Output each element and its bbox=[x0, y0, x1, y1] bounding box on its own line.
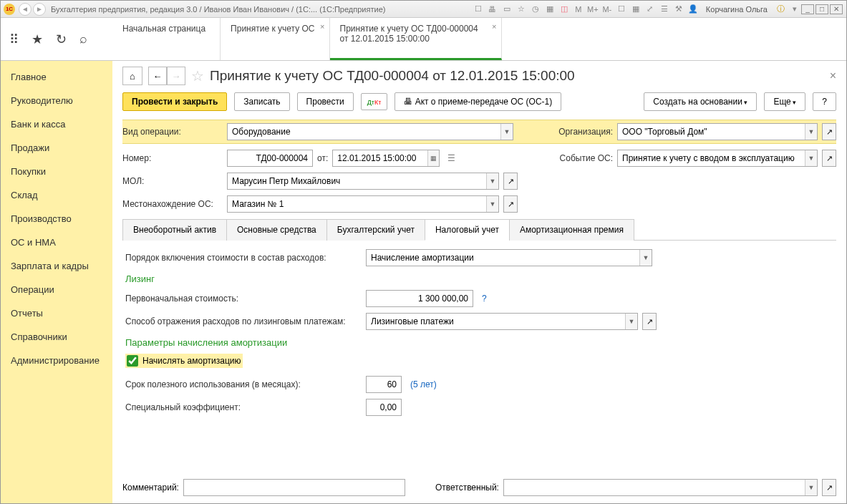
chevron-down-icon[interactable]: ▼ bbox=[805, 480, 817, 495]
chevron-down-icon[interactable]: ▼ bbox=[805, 124, 817, 140]
open-ref-button[interactable]: ↗ bbox=[642, 313, 657, 330]
more-button[interactable]: Еще bbox=[764, 92, 805, 111]
calendar-icon[interactable]: ▦ bbox=[427, 150, 439, 166]
cost-order-field[interactable]: ▼ bbox=[366, 249, 652, 266]
coef-field[interactable] bbox=[366, 399, 402, 416]
mol-field[interactable]: ▼ bbox=[227, 173, 499, 190]
apps-icon[interactable]: ⠿ bbox=[9, 32, 19, 47]
tb-icon-clock[interactable]: ◷ bbox=[530, 4, 541, 15]
sidebar-item-main[interactable]: Главное bbox=[1, 65, 112, 89]
maximize-button[interactable]: □ bbox=[815, 4, 828, 14]
tb-icon-tools[interactable]: ⚒ bbox=[673, 4, 684, 15]
op-type-field[interactable]: ▼ bbox=[227, 123, 513, 140]
dtkt-button[interactable]: ДтКт bbox=[361, 93, 388, 110]
resp-field[interactable]: ▼ bbox=[503, 479, 818, 496]
sidebar-item-operations[interactable]: Операции bbox=[1, 278, 112, 301]
op-type-label: Вид операции: bbox=[122, 127, 223, 137]
action-bar: Провести и закрыть Записать Провести ДтК… bbox=[122, 92, 836, 111]
close-doc-button[interactable]: × bbox=[830, 69, 836, 82]
tb-m-minus[interactable]: M- bbox=[601, 4, 613, 15]
fav-icon[interactable]: ★ bbox=[32, 32, 43, 47]
back-button[interactable]: ← bbox=[148, 67, 167, 85]
tab-amort-premium[interactable]: Амортизационная премия bbox=[509, 219, 634, 241]
sidebar-item-production[interactable]: Производство bbox=[1, 207, 112, 231]
create-based-button[interactable]: Создать на основании bbox=[644, 92, 757, 111]
tb-icon-calc[interactable]: ▦ bbox=[544, 4, 556, 15]
chevron-down-icon[interactable]: ▼ bbox=[805, 150, 817, 166]
sidebar-item-refs[interactable]: Справочники bbox=[1, 325, 112, 349]
nav-fwd-button[interactable]: ► bbox=[33, 3, 46, 16]
tab-tax[interactable]: Налоговый учет bbox=[425, 219, 510, 241]
user-name[interactable]: Корчагина Ольга bbox=[706, 5, 768, 14]
tab-os[interactable]: Основные средства bbox=[226, 219, 327, 241]
org-field[interactable]: ▼ bbox=[617, 123, 818, 140]
close-icon[interactable]: × bbox=[320, 22, 324, 31]
help-button[interactable]: ? bbox=[813, 92, 836, 111]
comment-field[interactable] bbox=[183, 479, 405, 496]
tb-icon-calendar[interactable]: ◫ bbox=[558, 4, 570, 15]
tb-icon-zoom[interactable]: ⤢ bbox=[644, 4, 656, 15]
sidebar-item-bank[interactable]: Банк и касса bbox=[1, 112, 112, 136]
doc-info-icon[interactable]: ☰ bbox=[444, 153, 458, 163]
row-op-type: Вид операции: ▼ Организация: ▼ ↗ bbox=[122, 120, 836, 144]
amort-checkbox[interactable] bbox=[127, 355, 138, 367]
num-field[interactable] bbox=[227, 150, 313, 167]
tb-icon-print[interactable]: 🖶 bbox=[487, 4, 498, 15]
save-button[interactable]: Записать bbox=[234, 92, 289, 111]
amort-checkbox-label: Начислять амортизацию bbox=[142, 356, 241, 366]
panel-tabs: ⠿ ★ ↻ ⌕ Начальная страница Принятие к уч… bbox=[1, 18, 846, 61]
sidebar-item-manager[interactable]: Руководителю bbox=[1, 89, 112, 112]
chevron-down-icon[interactable]: ▼ bbox=[639, 250, 652, 266]
tb-m[interactable]: M bbox=[573, 4, 584, 15]
history-icon[interactable]: ↻ bbox=[56, 32, 67, 47]
tab-vna[interactable]: Внеоборотный актив bbox=[122, 219, 227, 241]
tb-icon-list[interactable]: ☰ bbox=[659, 4, 670, 15]
close-icon[interactable]: × bbox=[492, 22, 496, 31]
sidebar-item-admin[interactable]: Администрирование bbox=[1, 349, 112, 372]
sidebar-item-salary[interactable]: Зарплата и кадры bbox=[1, 254, 112, 278]
post-button[interactable]: Провести bbox=[297, 92, 354, 111]
nav-back-button[interactable]: ◄ bbox=[19, 3, 32, 16]
open-ref-button[interactable]: ↗ bbox=[822, 123, 836, 140]
minimize-button[interactable]: _ bbox=[801, 4, 814, 14]
post-close-button[interactable]: Провести и закрыть bbox=[122, 92, 227, 111]
chevron-down-icon[interactable]: ▼ bbox=[486, 196, 498, 212]
sidebar-item-os[interactable]: ОС и НМА bbox=[1, 231, 112, 254]
open-ref-button[interactable]: ↗ bbox=[503, 173, 518, 190]
loc-field[interactable]: ▼ bbox=[227, 195, 499, 213]
info-dd-icon[interactable]: ▾ bbox=[789, 4, 800, 15]
home-button[interactable]: ⌂ bbox=[122, 67, 142, 85]
tab-accounting[interactable]: Бухгалтерский учет bbox=[326, 219, 425, 241]
tab-os-list[interactable]: Принятие к учету ОС× bbox=[221, 18, 329, 60]
sidebar-item-sales[interactable]: Продажи bbox=[1, 136, 112, 160]
chevron-down-icon[interactable]: ▼ bbox=[500, 124, 513, 140]
event-field[interactable]: ▼ bbox=[617, 150, 818, 167]
search-icon[interactable]: ⌕ bbox=[79, 32, 87, 47]
tab-os-doc[interactable]: Принятие к учету ОС ТД00-000004 от 12.01… bbox=[330, 18, 502, 60]
chevron-down-icon[interactable]: ▼ bbox=[486, 173, 498, 189]
open-ref-button[interactable]: ↗ bbox=[822, 150, 836, 167]
open-ref-button[interactable]: ↗ bbox=[822, 479, 836, 496]
tb-m-plus[interactable]: M+ bbox=[587, 4, 599, 15]
tb-icon-grid[interactable]: ▦ bbox=[630, 4, 642, 15]
tab-home[interactable]: Начальная страница bbox=[112, 18, 221, 60]
info-icon[interactable]: ⓘ bbox=[775, 4, 786, 15]
term-field[interactable] bbox=[366, 376, 402, 393]
fwd-button[interactable]: → bbox=[167, 67, 185, 85]
act-button[interactable]: 🖶 Акт о приеме-передаче ОС (ОС-1) bbox=[395, 92, 561, 111]
tb-icon-1[interactable]: ☐ bbox=[473, 4, 484, 15]
sidebar-item-stock[interactable]: Склад bbox=[1, 183, 112, 207]
tb-icon-new[interactable]: ☐ bbox=[616, 4, 627, 15]
help-link[interactable]: ? bbox=[482, 294, 487, 304]
tb-icon-doc[interactable]: ▭ bbox=[501, 4, 513, 15]
sidebar-item-reports[interactable]: Отчеты bbox=[1, 301, 112, 325]
tb-icon-star[interactable]: ☆ bbox=[516, 4, 527, 15]
leasing-pay-field[interactable]: ▼ bbox=[366, 313, 638, 330]
sidebar-item-purchases[interactable]: Покупки bbox=[1, 160, 112, 183]
init-cost-field[interactable] bbox=[366, 290, 473, 307]
favorite-star-icon[interactable]: ☆ bbox=[191, 67, 204, 84]
chevron-down-icon[interactable]: ▼ bbox=[625, 314, 637, 329]
date-field[interactable]: ▦ bbox=[332, 150, 440, 167]
open-ref-button[interactable]: ↗ bbox=[503, 195, 518, 213]
close-window-button[interactable]: ✕ bbox=[830, 4, 843, 14]
